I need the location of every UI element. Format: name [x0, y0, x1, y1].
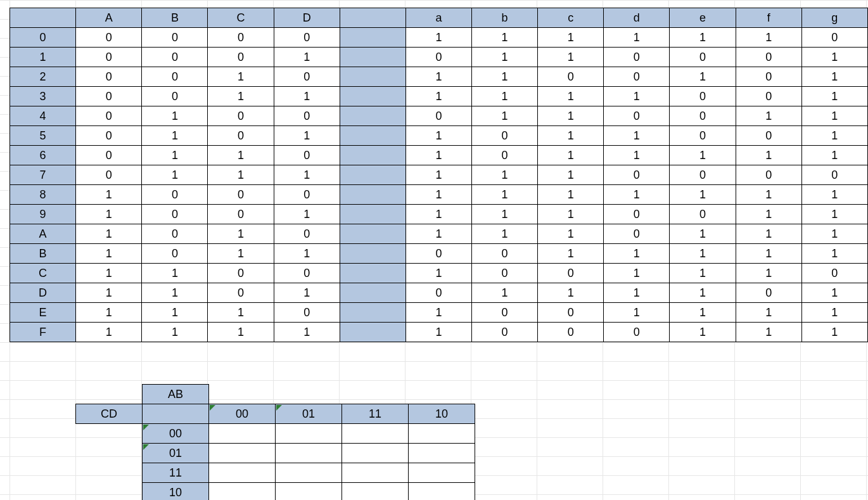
row-label[interactable]: A	[10, 224, 76, 244]
kmap-empty[interactable]	[76, 444, 143, 463]
cell[interactable]: 1	[274, 244, 340, 264]
header-f[interactable]: f	[736, 8, 801, 28]
cell[interactable]: 1	[472, 48, 538, 67]
kmap-empty[interactable]	[409, 385, 475, 404]
kmap-empty[interactable]	[276, 385, 342, 404]
spacer-cell[interactable]	[340, 146, 405, 165]
cell[interactable]: 1	[736, 146, 801, 165]
cell[interactable]: 1	[538, 48, 604, 67]
spacer-cell[interactable]	[340, 67, 405, 87]
cell[interactable]: 0	[801, 165, 867, 185]
cell[interactable]: 0	[208, 185, 274, 205]
kmap-cell[interactable]	[409, 463, 475, 483]
cell[interactable]: 1	[736, 323, 801, 342]
cell[interactable]: 1	[670, 283, 736, 303]
cell[interactable]: 1	[472, 28, 538, 48]
row-label[interactable]: 0	[10, 28, 76, 48]
kmap-cell[interactable]	[409, 424, 475, 444]
cell[interactable]: 0	[274, 146, 340, 165]
cell[interactable]: 1	[274, 323, 340, 342]
spacer-cell[interactable]	[340, 165, 405, 185]
spacer-cell[interactable]	[340, 126, 405, 146]
cell[interactable]: 0	[670, 87, 736, 106]
cell[interactable]: 1	[801, 48, 867, 67]
cell[interactable]: 1	[208, 323, 274, 342]
header-b[interactable]: b	[472, 8, 538, 28]
cell[interactable]: 1	[670, 244, 736, 264]
cell[interactable]: 1	[538, 205, 604, 224]
cell[interactable]: 1	[142, 106, 208, 126]
cell[interactable]: 0	[76, 48, 142, 67]
cell[interactable]: 0	[274, 185, 340, 205]
cell[interactable]: 1	[670, 323, 736, 342]
cell[interactable]: 0	[76, 126, 142, 146]
cell[interactable]: 1	[538, 283, 604, 303]
cell[interactable]: 0	[736, 48, 801, 67]
cell[interactable]: 1	[801, 323, 867, 342]
cell[interactable]: 0	[76, 67, 142, 87]
cell[interactable]: 0	[670, 165, 736, 185]
cell[interactable]: 1	[76, 205, 142, 224]
cell[interactable]: 0	[208, 205, 274, 224]
cell[interactable]: 0	[142, 87, 208, 106]
cell[interactable]: 1	[274, 283, 340, 303]
cell[interactable]: 1	[76, 224, 142, 244]
cell[interactable]: 1	[76, 303, 142, 323]
cell[interactable]: 1	[604, 185, 670, 205]
cell[interactable]: 0	[274, 224, 340, 244]
cell[interactable]: 0	[76, 165, 142, 185]
cell[interactable]: 0	[801, 28, 867, 48]
error-triangle-icon[interactable]	[276, 405, 282, 411]
cell[interactable]: 1	[405, 264, 471, 283]
kmap-cell[interactable]	[209, 463, 276, 483]
kmap-col-header-11[interactable]: 11	[342, 404, 409, 424]
row-label[interactable]: 4	[10, 106, 76, 126]
spreadsheet-area[interactable]: A B C D a b c d e f g 0 0 0 0 0 1 1 1 1	[0, 0, 868, 500]
cell[interactable]: 1	[670, 303, 736, 323]
cell[interactable]: 1	[736, 264, 801, 283]
cell[interactable]: 1	[405, 28, 471, 48]
header-a[interactable]: a	[405, 8, 471, 28]
cell[interactable]: 0	[670, 106, 736, 126]
cell[interactable]: 1	[76, 264, 142, 283]
header-B[interactable]: B	[142, 8, 208, 28]
cell[interactable]: 0	[142, 185, 208, 205]
cell[interactable]: 1	[208, 87, 274, 106]
cell[interactable]: 0	[604, 165, 670, 185]
cell[interactable]: 0	[472, 146, 538, 165]
row-label[interactable]: D	[10, 283, 76, 303]
cell[interactable]: 1	[801, 244, 867, 264]
spacer-cell[interactable]	[340, 205, 405, 224]
cell[interactable]: 0	[538, 67, 604, 87]
cell[interactable]: 0	[472, 126, 538, 146]
cell[interactable]: 1	[142, 323, 208, 342]
cell[interactable]: 1	[208, 146, 274, 165]
cell[interactable]: 0	[604, 323, 670, 342]
cell[interactable]: 1	[472, 224, 538, 244]
row-label[interactable]: E	[10, 303, 76, 323]
kmap-empty[interactable]	[76, 385, 143, 404]
error-triangle-icon[interactable]	[143, 444, 149, 450]
kmap-cell[interactable]	[276, 424, 342, 444]
cell[interactable]: 1	[604, 303, 670, 323]
header-D[interactable]: D	[274, 8, 340, 28]
cell[interactable]: 1	[472, 165, 538, 185]
cell[interactable]: 0	[274, 264, 340, 283]
cell[interactable]: 1	[274, 165, 340, 185]
cell[interactable]: 0	[604, 224, 670, 244]
row-label[interactable]: C	[10, 264, 76, 283]
cell[interactable]: 1	[274, 48, 340, 67]
kmap-cell[interactable]	[409, 483, 475, 501]
cell[interactable]: 0	[670, 48, 736, 67]
cell[interactable]: 1	[538, 146, 604, 165]
cell[interactable]: 1	[274, 87, 340, 106]
cell[interactable]: 1	[736, 303, 801, 323]
row-label[interactable]: 2	[10, 67, 76, 87]
kmap-col-header-10[interactable]: 10	[409, 404, 475, 424]
cell[interactable]: 1	[76, 244, 142, 264]
cell[interactable]: 1	[604, 126, 670, 146]
cell[interactable]: 1	[208, 224, 274, 244]
kmap-row-header-11[interactable]: 11	[143, 463, 209, 483]
header-d[interactable]: d	[604, 8, 670, 28]
cell[interactable]: 0	[736, 87, 801, 106]
